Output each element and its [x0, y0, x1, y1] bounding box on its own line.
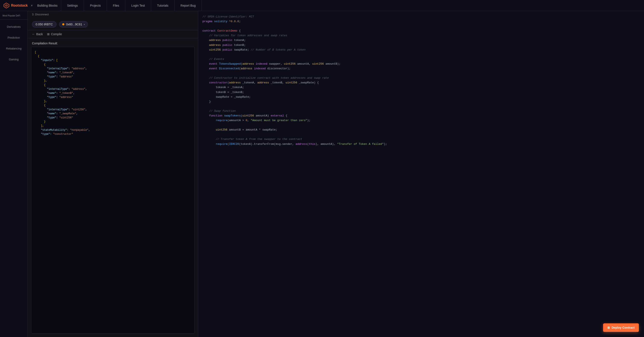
disconnect-label: Disconnect: [35, 13, 48, 16]
sidebar: Most Popular DeFi Derivatives Prediction…: [0, 11, 28, 337]
sidebar-item-gaming[interactable]: Gaming: [1, 54, 26, 64]
wallet-address-button[interactable]: 0x60...9C61 ▾: [59, 21, 88, 28]
chevron-down-icon: ▾: [84, 23, 85, 26]
tab-projects[interactable]: Projects: [84, 0, 107, 11]
building-blocks-tab-label: Building Blocks: [37, 4, 58, 7]
back-label: Back: [36, 33, 43, 36]
right-code-panel[interactable]: // SPDX-License-Identifier: MIT pragma s…: [198, 11, 644, 337]
deploy-contract-button[interactable]: ⊞ Deploy Contract: [603, 323, 639, 332]
wallet-status-dot: [62, 23, 64, 25]
sidebar-item-derivatives[interactable]: Derivatives: [1, 22, 26, 32]
compilation-json: [ { "inputs": [ { "internalType": "addre…: [35, 50, 191, 136]
wallet-bar: 0.050 tRBTC 0x60...9C61 ▾: [28, 19, 198, 30]
compilation-header-text: Compilation Result:: [32, 42, 58, 45]
tab-close-building-blocks[interactable]: ✕: [31, 4, 33, 7]
solidity-code-view: // SPDX-License-Identifier: MIT pragma s…: [198, 11, 644, 150]
compilation-header: Compilation Result:: [28, 38, 198, 47]
tab-settings[interactable]: Settings: [61, 0, 84, 11]
svg-marker-1: [5, 4, 8, 7]
main-layout: Most Popular DeFi Derivatives Prediction…: [0, 11, 644, 337]
topbar-tabs: Settings Projects Files Login Test Tutor…: [61, 0, 644, 11]
sidebar-item-rebalancing[interactable]: Rebalancing: [1, 44, 26, 54]
topbar: Rootstock ✕ Building Blocks Settings Pro…: [0, 0, 644, 11]
sidebar-item-label: Gaming: [9, 58, 19, 61]
sidebar-section-label: Most Popular DeFi: [0, 15, 28, 18]
rootstock-logo-icon: [4, 3, 10, 9]
sidebar-item-label: Derivatives: [7, 25, 20, 28]
tab-login-test[interactable]: Login Test: [125, 0, 151, 11]
action-bar: ← Back ⊞ Compile: [28, 30, 198, 38]
compile-icon: ⊞: [47, 33, 50, 36]
deploy-icon: ⊞: [607, 326, 610, 329]
back-button[interactable]: ← Back: [32, 33, 43, 36]
sidebar-item-prediction[interactable]: Prediction: [1, 33, 26, 43]
disconnect-section: 3. Disconnect: [28, 11, 198, 19]
deploy-label: Deploy Contract: [612, 326, 634, 329]
compile-button[interactable]: ⊞ Compile: [47, 33, 62, 36]
compile-label: Compile: [51, 33, 62, 36]
disconnect-number: 3.: [32, 13, 34, 16]
sidebar-item-label: Prediction: [8, 36, 20, 39]
wallet-balance: 0.050 tRBTC: [32, 21, 56, 28]
logo-text: Rootstock: [11, 4, 28, 8]
logo-area[interactable]: Rootstock ✕ Building Blocks: [0, 0, 61, 11]
back-arrow-icon: ←: [32, 33, 35, 36]
sidebar-item-label: Rebalancing: [6, 47, 21, 50]
tab-files[interactable]: Files: [107, 0, 126, 11]
wallet-address-text: 0x60...9C61: [66, 23, 82, 26]
compilation-result[interactable]: [ { "inputs": [ { "internalType": "addre…: [31, 47, 194, 333]
center-panel: 3. Disconnect 0.050 tRBTC 0x60...9C61 ▾ …: [28, 11, 198, 337]
tab-tutorials[interactable]: Tutorials: [151, 0, 174, 11]
tab-report-bug[interactable]: Report Bug: [174, 0, 202, 11]
